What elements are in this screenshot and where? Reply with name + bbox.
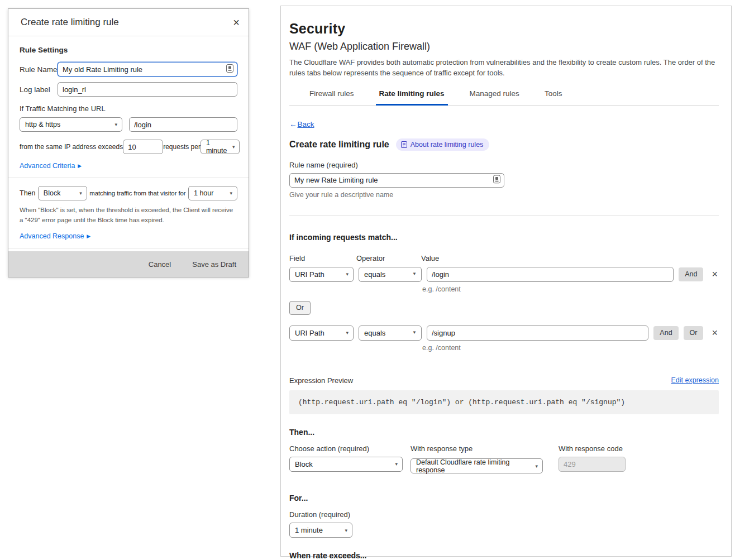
- rate-exceeds-heading: When rate exceeds...: [289, 551, 719, 560]
- log-label-label: Log label: [20, 85, 58, 94]
- matching-text: matching traffic from that visitor for: [89, 190, 185, 197]
- requests-input[interactable]: [123, 140, 163, 154]
- chevron-down-icon: ▾: [230, 191, 232, 196]
- remove-condition-icon[interactable]: ×: [710, 328, 719, 338]
- incoming-requests-heading: If incoming requests match...: [289, 233, 719, 242]
- period-value: 1 minute: [206, 139, 227, 155]
- action-value: Block: [295, 460, 313, 468]
- action-value: Block: [44, 189, 61, 197]
- close-icon[interactable]: ×: [233, 17, 240, 28]
- chevron-down-icon: ▼: [412, 272, 417, 276]
- duration-select[interactable]: 1 hour ▾: [188, 186, 237, 200]
- period-select[interactable]: 1 minute ▾: [201, 140, 240, 154]
- duration-value: 1 hour: [194, 189, 213, 197]
- advanced-criteria-label: Advanced Criteria: [20, 162, 75, 170]
- duration-select[interactable]: 1 minute ▾: [289, 523, 352, 538]
- expression-preview-label: Expression Preview: [289, 376, 353, 385]
- response-code-label: With response code: [559, 444, 626, 453]
- back-link[interactable]: ← Back: [289, 120, 314, 128]
- value-input[interactable]: [427, 267, 674, 282]
- for-heading: For...: [289, 494, 719, 502]
- operator-value: equals: [364, 329, 385, 337]
- rule-name-help: Give your rule a descriptive name: [289, 191, 719, 199]
- advanced-response-link[interactable]: Advanced Response ▶: [20, 232, 90, 240]
- operator-value: equals: [364, 270, 385, 279]
- page-subtitle: WAF (Web Application Firewall): [289, 41, 719, 52]
- condition-row: URI Path ▾ equals ▼ And ×: [289, 267, 719, 282]
- back-label: Back: [298, 120, 314, 128]
- operator-label: Operator: [356, 254, 421, 262]
- action-select[interactable]: Block ▾: [38, 186, 87, 200]
- scheme-value: http & https: [25, 121, 60, 128]
- divider: [8, 248, 249, 248]
- tab-rate-limiting-rules[interactable]: Rate limiting rules: [376, 89, 448, 106]
- tab-managed-rules[interactable]: Managed rules: [466, 89, 523, 106]
- rule-name-label: Rule name (required): [289, 161, 719, 169]
- create-rate-limit-modal: Create rate limiting rule × Rule Setting…: [8, 8, 249, 277]
- expression-preview: (http.request.uri.path eq "/login") or (…: [289, 390, 719, 414]
- or-button[interactable]: Or: [684, 326, 704, 340]
- chevron-down-icon: ▾: [535, 463, 538, 468]
- and-button[interactable]: And: [679, 267, 703, 281]
- tab-tools[interactable]: Tools: [541, 89, 566, 106]
- log-label-input[interactable]: [58, 82, 237, 97]
- tab-firewall-rules[interactable]: Firewall rules: [306, 89, 357, 106]
- create-rule-heading: Create rate limiting rule: [289, 140, 389, 150]
- divider: [8, 178, 249, 178]
- arrow-left-icon: ←: [289, 120, 297, 128]
- field-value: URI Path: [295, 270, 324, 279]
- chevron-down-icon: ▾: [114, 122, 117, 127]
- autofill-icon[interactable]: [226, 64, 233, 74]
- advanced-response-label: Advanced Response: [20, 232, 84, 240]
- field-value: URI Path: [295, 329, 324, 337]
- expand-arrow-icon: ▶: [87, 233, 90, 239]
- response-type-label: With response type: [411, 444, 543, 453]
- advanced-criteria-link[interactable]: Advanced Criteria ▶: [20, 162, 82, 170]
- modal-header: Create rate limiting rule ×: [8, 9, 249, 36]
- field-select[interactable]: URI Path ▾: [289, 326, 354, 341]
- chevron-down-icon: ▼: [412, 331, 417, 335]
- chevron-down-icon: ▾: [345, 528, 347, 533]
- action-select[interactable]: Block ▾: [289, 457, 403, 472]
- response-type-select[interactable]: Default Cloudflare rate limiting respons…: [411, 458, 543, 473]
- rule-name-input[interactable]: [289, 173, 504, 188]
- about-badge-label: About rate limiting rules: [411, 141, 484, 149]
- doc-icon: [401, 141, 407, 148]
- save-as-draft-button[interactable]: Save as Draft: [192, 260, 236, 269]
- cancel-button[interactable]: Cancel: [149, 260, 171, 269]
- chevron-down-icon: ▾: [232, 145, 235, 150]
- waf-tabs: Firewall rules Rate limiting rules Manag…: [289, 89, 719, 106]
- duration-label: Duration (required): [289, 510, 719, 519]
- security-waf-panel: Security WAF (Web Application Firewall) …: [280, 6, 732, 557]
- waf-description: The Cloudflare WAF provides both automat…: [289, 58, 717, 79]
- exceeds-text: from the same IP address exceeds: [20, 143, 123, 151]
- or-button[interactable]: Or: [289, 301, 311, 315]
- value-label: Value: [421, 254, 439, 262]
- scheme-select[interactable]: http & https ▾: [20, 117, 122, 132]
- condition-row: URI Path ▾ equals ▼ And Or ×: [289, 326, 719, 341]
- value-hint: e.g. /content: [422, 285, 719, 293]
- then-heading: Then...: [289, 428, 719, 437]
- response-code-input: [559, 457, 626, 472]
- about-rate-limiting-badge[interactable]: About rate limiting rules: [396, 138, 490, 151]
- field-label: Field: [289, 254, 356, 262]
- url-input[interactable]: [129, 117, 237, 132]
- chevron-down-icon: ▾: [346, 272, 349, 277]
- page-title: Security: [289, 21, 719, 37]
- operator-select[interactable]: equals ▼: [359, 326, 422, 341]
- edit-expression-link[interactable]: Edit expression: [671, 376, 719, 384]
- remove-condition-icon[interactable]: ×: [710, 269, 719, 279]
- expand-arrow-icon: ▶: [78, 163, 82, 169]
- divider: [289, 216, 719, 216]
- modal-body: Rule Settings Rule Name Log label If Tra…: [8, 36, 249, 251]
- rule-settings-heading: Rule Settings: [20, 46, 237, 54]
- autofill-icon[interactable]: [493, 175, 500, 185]
- chevron-down-icon: ▾: [395, 462, 398, 467]
- rule-name-input[interactable]: [58, 62, 237, 76]
- modal-title: Create rate limiting rule: [21, 17, 119, 28]
- operator-select[interactable]: equals ▼: [359, 267, 422, 282]
- and-button[interactable]: And: [653, 326, 678, 340]
- field-select[interactable]: URI Path ▾: [289, 267, 354, 282]
- value-input[interactable]: [427, 326, 648, 341]
- modal-footer: Cancel Save as Draft: [8, 251, 249, 277]
